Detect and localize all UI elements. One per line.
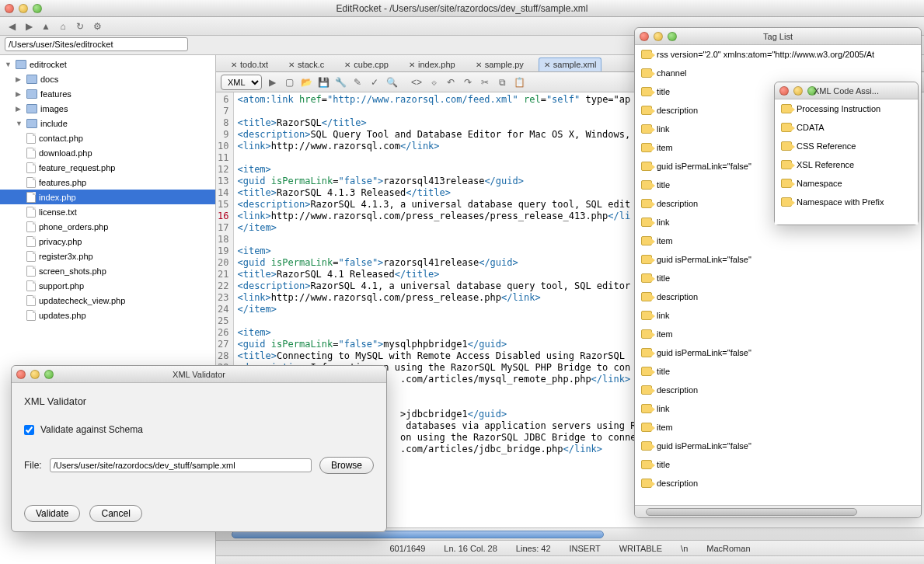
new-file-icon[interactable]: ▢ — [282, 75, 296, 89]
tag-list-item[interactable]: item — [635, 325, 921, 343]
resize-handle[interactable]: ⣀ — [216, 555, 924, 564]
close-tab-icon[interactable]: ✕ — [344, 61, 350, 69]
tag-list-item[interactable]: rss version="2.0" xmlns:atom="http://www… — [635, 45, 921, 64]
minimize-icon[interactable] — [30, 370, 40, 379]
copy-icon[interactable]: ⧉ — [495, 75, 509, 89]
minimize-icon[interactable] — [654, 32, 663, 41]
code-assist-item[interactable]: CDATA — [775, 118, 918, 137]
panel-horizontal-scrollbar[interactable] — [635, 505, 921, 517]
home-icon[interactable]: ⌂ — [56, 19, 70, 33]
save-icon[interactable]: 💾 — [316, 75, 330, 89]
refresh-icon[interactable]: ↻ — [73, 19, 87, 33]
zoom-icon[interactable] — [807, 86, 817, 96]
tag-list-item[interactable]: description — [635, 474, 921, 493]
redo-icon[interactable]: ↷ — [461, 75, 475, 89]
language-select[interactable]: XML — [221, 75, 262, 90]
tag-list-item[interactable]: description — [635, 381, 921, 399]
tab-label: index.php — [418, 60, 455, 69]
dialog-header[interactable]: XML Validator — [12, 366, 386, 383]
path-input[interactable] — [5, 37, 188, 51]
tree-file[interactable]: license.txt — [0, 204, 215, 219]
tree-file[interactable]: index.php — [0, 190, 215, 204]
editor-tab[interactable]: ✕cube.cpp — [339, 57, 394, 71]
tree-file[interactable]: features.php — [0, 175, 215, 190]
tree-folder[interactable]: ▼ include — [0, 116, 215, 131]
close-icon[interactable] — [640, 32, 649, 41]
editor-tab[interactable]: ✕stack.c — [283, 57, 330, 71]
search-icon[interactable]: 🔍 — [385, 75, 399, 89]
close-icon[interactable] — [779, 86, 789, 96]
code-assist-item[interactable]: Namespace — [775, 174, 918, 193]
close-tab-icon[interactable]: ✕ — [288, 61, 295, 69]
tree-file[interactable]: support.php — [0, 278, 215, 293]
tag-list-item[interactable]: title — [635, 362, 921, 381]
tree-file[interactable]: updates.php — [0, 308, 215, 322]
checkbox-input[interactable] — [24, 425, 34, 435]
editor-tab[interactable]: ✕index.php — [403, 57, 461, 71]
code-assist-item[interactable]: Processing Instruction — [775, 99, 918, 118]
tree-file[interactable]: download.php — [0, 145, 215, 160]
back-button[interactable]: ◀ — [5, 19, 19, 33]
tag-list-item[interactable]: title — [635, 455, 921, 474]
tree-folder[interactable]: ▶ images — [0, 101, 215, 116]
tag-list-item[interactable]: description — [635, 287, 921, 306]
up-button[interactable]: ▲ — [39, 19, 53, 33]
validate-icon[interactable]: ✓ — [368, 75, 382, 89]
tree-file[interactable]: screen_shots.php — [0, 263, 215, 278]
tag-list-item[interactable]: item — [635, 232, 921, 250]
tree-folder[interactable]: ▶ features — [0, 86, 215, 101]
tree-file[interactable]: updatecheck_view.php — [0, 293, 215, 308]
cut-icon[interactable]: ✂ — [478, 75, 492, 89]
wrench-icon[interactable]: 🔧 — [333, 75, 347, 89]
minimize-icon[interactable] — [19, 4, 28, 13]
close-icon[interactable] — [16, 370, 26, 379]
tag-list-header[interactable]: Tag List — [635, 28, 921, 45]
tree-file[interactable]: phone_orders.php — [0, 219, 215, 234]
paste-icon[interactable]: 📋 — [512, 75, 526, 89]
close-icon[interactable] — [5, 4, 14, 13]
code-assist-header[interactable]: XML Code Assi... — [775, 82, 918, 99]
zoom-icon[interactable] — [44, 370, 54, 379]
tree-folder[interactable]: ▶ docs — [0, 71, 215, 86]
browse-button[interactable]: Browse — [319, 457, 374, 474]
status-line-col: Ln. 16 Col. 28 — [444, 544, 497, 553]
tag-list-item[interactable]: title — [635, 269, 921, 287]
close-tab-icon[interactable]: ✕ — [231, 61, 237, 69]
validate-schema-checkbox[interactable]: Validate against Schema — [24, 424, 374, 435]
close-tab-icon[interactable]: ✕ — [544, 61, 550, 69]
tag-list-item[interactable]: guid isPermaLink="false" — [635, 437, 921, 455]
tree-file[interactable]: privacy.php — [0, 234, 215, 249]
file-path-input[interactable] — [50, 458, 312, 472]
cancel-button[interactable]: Cancel — [89, 505, 141, 522]
editor-tab[interactable]: ✕todo.txt — [225, 57, 274, 71]
editor-tab[interactable]: ✕sample.py — [470, 57, 529, 71]
tag-list-item[interactable]: link — [635, 306, 921, 325]
zoom-icon[interactable] — [668, 32, 677, 41]
code-assist-item[interactable]: CSS Reference — [775, 137, 918, 155]
forward-button[interactable]: ▶ — [22, 19, 36, 33]
tree-file[interactable]: feature_request.php — [0, 160, 215, 175]
tag-icon[interactable]: ⟐ — [427, 75, 441, 89]
validate-button[interactable]: Validate — [24, 505, 80, 522]
tag-list-item[interactable]: guid isPermaLink="false" — [635, 343, 921, 362]
zoom-icon[interactable] — [33, 4, 42, 13]
tag-list-item[interactable]: item — [635, 418, 921, 437]
code-assist-item[interactable]: XSL Reference — [775, 155, 918, 174]
tree-file[interactable]: contact.php — [0, 131, 215, 145]
minimize-icon[interactable] — [793, 86, 803, 96]
run-icon[interactable]: ▶ — [265, 75, 279, 89]
code-assist-item[interactable]: Namespace with Prefix — [775, 193, 918, 211]
undo-icon[interactable]: ↶ — [444, 75, 458, 89]
brackets-icon[interactable]: <> — [410, 75, 424, 89]
tag-list-item[interactable]: link — [635, 399, 921, 418]
tree-file[interactable]: register3x.php — [0, 249, 215, 263]
tag-list-item[interactable]: channel — [635, 64, 921, 82]
open-icon[interactable]: 📂 — [299, 75, 313, 89]
close-tab-icon[interactable]: ✕ — [409, 61, 415, 69]
settings-icon[interactable]: ⚙ — [90, 19, 104, 33]
tree-root[interactable]: ▼ editrocket — [0, 57, 215, 71]
close-tab-icon[interactable]: ✕ — [476, 61, 482, 69]
tag-list-item[interactable]: guid isPermaLink="false" — [635, 250, 921, 269]
editor-tab[interactable]: ✕sample.xml — [539, 57, 602, 71]
pencil-icon[interactable]: ✎ — [350, 75, 364, 89]
